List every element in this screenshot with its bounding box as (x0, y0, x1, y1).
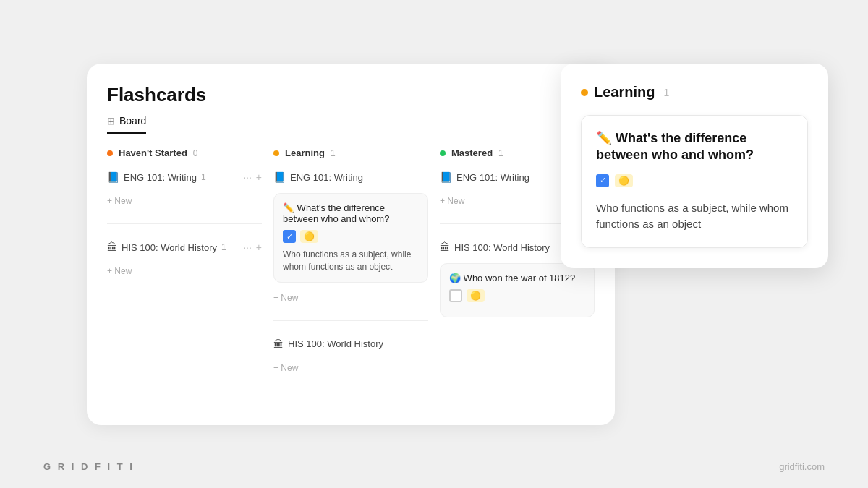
popup-card-answer: Who functions as a subject, while whom f… (596, 200, 793, 233)
column-havent-started: Haven't Started 0 📘 ENG 101: Writing 1 ·… (107, 147, 262, 411)
new-btn-havent-eng101[interactable]: + New (107, 193, 262, 209)
card-icons-who-whom: ✓ 🟡 (283, 230, 419, 243)
popup-tag: 🟡 (615, 174, 633, 187)
col-label-learning: Learning (285, 147, 325, 158)
brand-left: G R I D F I T I (43, 461, 135, 472)
more-btn-his100-col1[interactable]: ··· (243, 241, 252, 253)
add-btn-his100-col1[interactable]: + (256, 241, 262, 253)
new-label-havent-eng101: + New (107, 196, 132, 206)
new-btn-learning-his100[interactable]: + New (273, 360, 428, 376)
divider-col2 (273, 320, 428, 321)
card-answer-who-whom: Who functions as a subject, while whom f… (283, 249, 419, 273)
card-question-war-1812: 🌍 Who won the war of 1812? (449, 273, 585, 283)
card-tag-who-whom: 🟡 (300, 230, 318, 243)
card-icons-war-1812: 🟡 (449, 289, 585, 302)
popup-card-icons: ✓ 🟡 (596, 174, 793, 187)
popup-dot (581, 89, 588, 96)
popup-count: 1 (663, 87, 669, 98)
group-his100-count-col1: 1 (221, 242, 226, 252)
column-learning: Learning 1 📘 ENG 101: Writing ✏️ What's … (273, 147, 428, 411)
tab-bar: ⊞ Board (107, 115, 595, 134)
new-label-mastered-eng101: + New (440, 196, 464, 206)
new-btn-havent-his100[interactable]: + New (107, 263, 262, 279)
col-count-learning: 1 (331, 148, 336, 158)
board-columns: Haven't Started 0 📘 ENG 101: Writing 1 ·… (107, 147, 595, 411)
brand-right: gridfiti.com (779, 461, 825, 472)
eng101-icon-col3: 📘 (440, 171, 452, 183)
his100-icon-col3: 🏛 (440, 241, 450, 253)
tab-board[interactable]: ⊞ Board (107, 115, 146, 134)
flashcard-war-1812[interactable]: 🌍 Who won the war of 1812? 🟡 (440, 263, 595, 317)
popup-header: Learning 1 (581, 84, 808, 100)
col-count-havent-started: 0 (193, 148, 198, 158)
new-btn-learning-eng101[interactable]: + New (273, 290, 428, 306)
card-tag-war-1812: 🟡 (467, 289, 485, 302)
eng101-icon-col1: 📘 (107, 171, 119, 183)
his100-icon-col1: 🏛 (107, 241, 117, 253)
group-eng101-actions-col1: ··· + (243, 171, 262, 183)
board-icon: ⊞ (107, 116, 115, 127)
card-checkbox-war-1812 (449, 289, 462, 302)
more-btn-eng101-col1[interactable]: ··· (243, 171, 252, 183)
group-eng101-col1: 📘 ENG 101: Writing 1 ··· + (107, 168, 262, 186)
new-label-havent-his100: + New (107, 266, 132, 276)
new-label-learning-his100: + New (273, 363, 298, 373)
group-his100-col2: 🏛 HIS 100: World History (273, 335, 428, 353)
add-btn-eng101-col1[interactable]: + (256, 171, 262, 183)
group-eng101-label-col3: ENG 101: Writing (456, 172, 529, 183)
dot-havent-started (107, 150, 113, 156)
col-label-mastered: Mastered (451, 147, 493, 158)
card-question-who-whom: ✏️ What's the difference between who and… (283, 202, 419, 224)
column-header-havent-started: Haven't Started 0 (107, 147, 262, 158)
column-header-learning: Learning 1 (273, 147, 428, 158)
group-eng101-label-col1: ENG 101: Writing (124, 172, 197, 183)
page-title: Flashcards (107, 84, 595, 106)
tab-board-label: Board (119, 115, 146, 127)
eng101-icon-col2: 📘 (273, 171, 286, 183)
group-eng101-col2: 📘 ENG 101: Writing (273, 168, 428, 186)
popup-card[interactable]: ✏️ What's the difference between who and… (581, 115, 808, 248)
popup-checkbox: ✓ (596, 174, 609, 187)
group-his100-col1: 🏛 HIS 100: World History 1 ··· + (107, 239, 262, 256)
his100-icon-col2: 🏛 (273, 338, 284, 350)
group-his100-label-col2: HIS 100: World History (288, 338, 383, 349)
popup-card-question: ✏️ What's the difference between who and… (596, 130, 793, 164)
group-eng101-label-col2: ENG 101: Writing (290, 172, 363, 183)
group-eng101-count-col1: 1 (201, 172, 206, 182)
flashcard-who-whom[interactable]: ✏️ What's the difference between who and… (273, 193, 428, 283)
dot-mastered (440, 150, 446, 156)
group-his100-label-col1: HIS 100: World History (122, 242, 217, 253)
group-his100-label-col3: HIS 100: World History (454, 242, 550, 253)
group-his100-actions-col1: ··· + (243, 241, 262, 253)
new-label-learning-eng101: + New (273, 293, 298, 303)
dot-learning (273, 150, 279, 156)
col-count-mastered: 1 (498, 148, 503, 158)
popup-title: Learning (594, 84, 655, 100)
divider-col1 (107, 223, 262, 224)
card-checkbox-who-whom: ✓ (283, 230, 296, 243)
main-panel: Flashcards ⊞ Board Haven't Started 0 📘 E… (87, 64, 615, 425)
col-label-havent-started: Haven't Started (119, 147, 187, 158)
popup-panel: Learning 1 ✏️ What's the difference betw… (561, 64, 828, 268)
